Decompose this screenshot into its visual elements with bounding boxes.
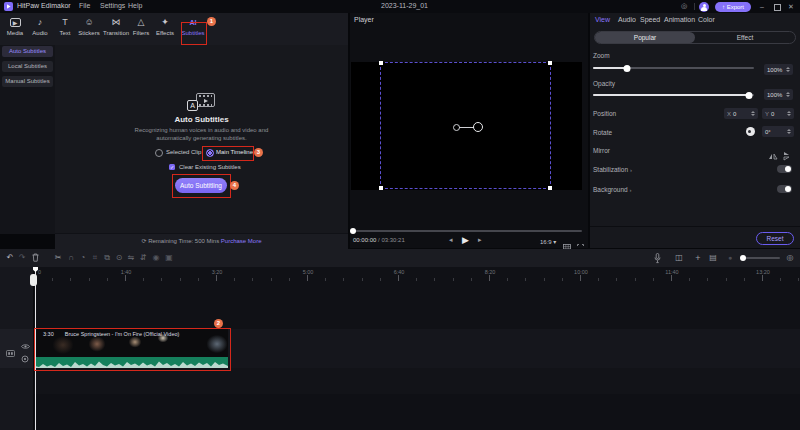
microphone-icon[interactable] (650, 252, 664, 264)
timeline-zoom-slider[interactable] (740, 257, 780, 259)
seekbar-knob[interactable] (350, 228, 356, 234)
timeline-toolbar: ↶ ↷ ✂ ∩ ◔ ⌗ ⧉ ⊙ ⇋ ⇵ ◉ ▣ ◫ + ▤ ● ◎ (0, 249, 800, 267)
sidebar-item-auto-subtitles[interactable]: Auto Subtitles (2, 46, 53, 57)
export-button[interactable]: ↑ Export (715, 2, 751, 12)
reset-button[interactable]: Reset (756, 232, 794, 245)
clip-duration: 3:30 (43, 331, 54, 337)
position-y-stepper[interactable] (784, 111, 791, 117)
selection-handle-bottom-right[interactable] (548, 186, 552, 190)
tab-audio[interactable]: Audio (618, 16, 636, 23)
zoom-stepper[interactable] (783, 67, 790, 73)
film-frame (196, 93, 215, 107)
position-y-input[interactable]: Y 0 (762, 108, 794, 119)
logo-glyph (7, 4, 11, 9)
menu-help[interactable]: Help (128, 2, 142, 9)
next-frame-icon[interactable]: ▸ (478, 236, 482, 244)
previous-frame-icon[interactable]: ◂ (449, 236, 453, 244)
stickers-icon: ☺ (74, 16, 104, 29)
radio-main-timeline-label[interactable]: Main Timeline (216, 149, 253, 155)
zoom-slider-thumb[interactable] (623, 65, 630, 72)
perspective-icon[interactable]: ▣ (162, 252, 176, 264)
rotate-handle-line (459, 127, 474, 128)
auto-subtitling-button[interactable]: Auto Subtitling (175, 178, 227, 193)
redo-icon[interactable]: ↷ (15, 252, 29, 264)
add-marker-icon[interactable]: + (691, 252, 705, 264)
clear-existing-subtitles-checkbox[interactable]: ✓ (169, 164, 175, 170)
rotate-knob[interactable] (746, 127, 755, 136)
tab-view[interactable]: View (595, 16, 610, 23)
opacity-slider-thumb[interactable] (746, 92, 753, 99)
zoom-out-icon[interactable]: ● (723, 252, 737, 264)
annotation-badge-step4: 4 (230, 181, 239, 190)
split-view-icon[interactable]: ◫ (672, 252, 686, 264)
flip-horizontal-icon[interactable] (768, 146, 778, 164)
ruler-tick: 5:00 (303, 269, 314, 275)
opacity-stepper[interactable] (783, 92, 790, 98)
rotate-stepper[interactable] (784, 129, 791, 135)
toolbar-item-ai-subtitles[interactable]: AI Subtitles (178, 16, 208, 37)
sidebar-item-manual-subtitles[interactable]: Manual Subtitles (2, 76, 53, 87)
tab-speed[interactable]: Speed (640, 16, 660, 23)
tab-animation[interactable]: Animation (664, 16, 695, 23)
position-label: Position (593, 110, 616, 117)
clear-existing-subtitles-label[interactable]: Clear Existing Subtitles (179, 164, 241, 170)
chevron-expand-icon[interactable]: › (630, 187, 632, 193)
flip-vertical-icon[interactable] (782, 146, 792, 164)
selection-handle-top-left[interactable] (379, 61, 383, 65)
toggle-knob (785, 186, 791, 192)
toolbar-item-effects[interactable]: ✦ Effects (150, 16, 180, 37)
rotate-value-input[interactable]: 0° (762, 126, 794, 137)
track-mute-icon[interactable] (21, 349, 29, 367)
zoom-slider-fill (593, 67, 627, 69)
sidebar-item-local-subtitles[interactable]: Local Subtitles (2, 61, 53, 72)
aspect-ratio-selector[interactable]: 16:9 ▾ (540, 238, 556, 245)
close-button[interactable]: ✕ (786, 2, 796, 11)
chevron-expand-icon[interactable]: › (630, 167, 632, 173)
clip-selection-box[interactable] (380, 62, 551, 189)
record-icon[interactable]: ◉ (149, 252, 163, 264)
position-x-input[interactable]: X 0 (724, 108, 758, 119)
zoom-slider[interactable] (593, 67, 754, 69)
opacity-value-input[interactable]: 100% (764, 89, 793, 100)
notification-icon[interactable]: ◎ (681, 2, 687, 10)
menu-settings[interactable]: Settings (100, 2, 125, 9)
opacity-slider[interactable] (593, 94, 754, 96)
track-header (0, 329, 33, 368)
player-seekbar[interactable] (352, 230, 582, 232)
video-canvas[interactable] (351, 62, 582, 190)
minimize-button[interactable]: – (757, 2, 767, 11)
clip-title: Bruce Springsteen - I'm On Fire (Officia… (65, 331, 180, 337)
radio-selected-clip[interactable] (155, 149, 163, 157)
radio-selected-clip-label[interactable]: Selected Clip (166, 149, 201, 155)
thumbnail-view-icon[interactable]: ▤ (706, 252, 720, 264)
background-toggle[interactable] (777, 185, 792, 193)
avatar[interactable] (699, 2, 709, 12)
stabilization-toggle[interactable] (777, 165, 792, 173)
playhead-line[interactable] (35, 267, 36, 430)
fit-timeline-icon[interactable]: ◎ (783, 252, 797, 264)
purchase-more-link[interactable]: Purchase More (221, 238, 262, 244)
position-x-stepper[interactable] (748, 111, 755, 117)
menu-file[interactable]: File (79, 2, 90, 9)
segmented-control: Popular Effect (594, 31, 796, 44)
segment-popular[interactable]: Popular (595, 32, 695, 43)
rotate-handle-big-circle[interactable] (473, 122, 483, 132)
radio-main-timeline[interactable] (206, 149, 214, 157)
selection-handle-bottom-left[interactable] (379, 186, 383, 190)
split-scissors-icon[interactable]: ✂ (51, 252, 65, 264)
delete-icon[interactable] (28, 252, 42, 264)
flip-vertical-icon[interactable]: ⇵ (136, 252, 150, 264)
segment-effect[interactable]: Effect (695, 32, 795, 43)
timeline-clip[interactable]: 3:30 Bruce Springsteen - I'm On Fire (Of… (35, 329, 228, 368)
empty-track-lane[interactable] (34, 368, 800, 394)
toolbar-item-stickers[interactable]: ☺ Stickers (74, 16, 104, 37)
playhead-handle[interactable] (30, 274, 37, 286)
timeline-ruler[interactable]: 0 1:40 3:20 5:00 6:40 8:20 10:00 11:40 1… (34, 267, 800, 281)
play-icon[interactable]: ▶ (462, 235, 469, 245)
restore-button[interactable] (771, 2, 781, 11)
tab-color[interactable]: Color (698, 16, 715, 23)
selection-handle-top-right[interactable] (548, 61, 552, 65)
titlebar: HitPaw Edimakor File Settings Help 2023-… (0, 0, 800, 13)
zoom-value-input[interactable]: 100% (764, 64, 793, 75)
timeline-zoom-thumb[interactable] (740, 255, 746, 261)
